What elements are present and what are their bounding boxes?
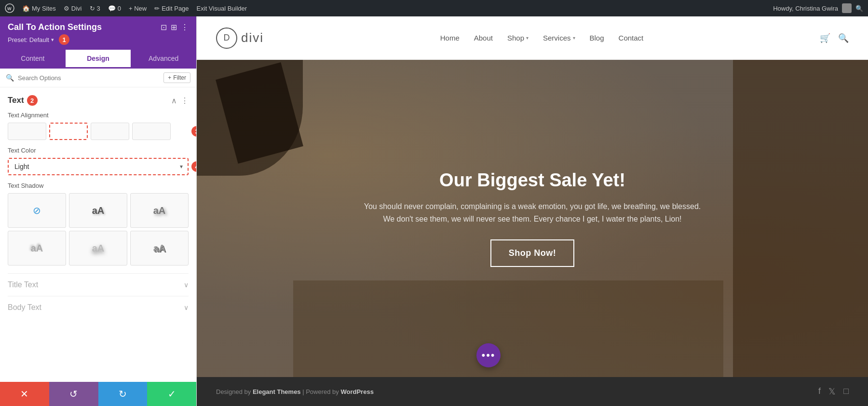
site-nav: D divi Home About Shop ▾ Services ▾ <box>197 16 868 60</box>
section-title-row: Text 2 <box>8 95 38 106</box>
exit-builder-link[interactable]: Exit Visual Builder <box>197 5 247 12</box>
wp-admin-bar: W 🏠 My Sites ⚙ Divi ↻ 3 💬 0 + New ✏ Edit… <box>0 0 868 16</box>
twitter-icon[interactable]: 𝕏 <box>828 386 836 397</box>
shadow-2-preview: aA <box>153 205 166 216</box>
tab-design[interactable]: Design <box>66 50 131 69</box>
wp-bar-left: W 🏠 My Sites ⚙ Divi ↻ 3 💬 0 + New ✏ Edit… <box>5 3 765 13</box>
avatar <box>842 3 852 13</box>
nav-about-label: About <box>474 34 493 42</box>
logo-circle: D <box>216 28 237 49</box>
align-center-button[interactable] <box>49 123 88 140</box>
title-text-header[interactable]: Title Text ∨ <box>8 280 189 289</box>
shadow-3-button[interactable]: aA <box>8 231 66 266</box>
nav-blog[interactable]: Blog <box>590 34 604 42</box>
shadow-1-button[interactable]: aA <box>69 193 127 228</box>
search-bar: 🔍 + Filter <box>0 69 196 87</box>
comment-icon: 💬 <box>108 5 116 12</box>
shadow-4-button[interactable]: aA <box>69 231 127 266</box>
shadow-none-button[interactable]: ⊘ <box>8 193 66 228</box>
instagram-icon[interactable]: □ <box>843 386 849 397</box>
nav-about[interactable]: About <box>474 34 493 42</box>
no-shadow-icon: ⊘ <box>33 205 41 216</box>
edit-page-link[interactable]: ✏ Edit Page <box>154 5 189 12</box>
shadow-grid: ⊘ aA aA aA aA aA <box>8 193 189 266</box>
nav-shop[interactable]: Shop ▾ <box>507 34 529 42</box>
nav-services[interactable]: Services ▾ <box>543 34 575 42</box>
logo-text: divi <box>241 30 264 45</box>
shadow-2-button[interactable]: aA <box>130 193 189 228</box>
panel-grid-button[interactable]: ⊞ <box>171 23 177 32</box>
hero-content: Our Biggest Sale Yet! You should never c… <box>364 170 701 267</box>
nav-contact[interactable]: Contact <box>619 34 644 42</box>
new-link[interactable]: + New <box>129 5 147 12</box>
text-section-title: Text <box>8 96 24 105</box>
divi-link[interactable]: ⚙ Divi <box>64 5 82 12</box>
text-section-header: Text 2 ∧ ⋮ <box>8 95 189 106</box>
undo-button[interactable]: ↺ <box>49 382 98 406</box>
edit-page-label: Edit Page <box>162 5 189 12</box>
save-button[interactable]: ✓ <box>147 382 196 406</box>
color-select-wrapper: Light Dark ▾ <box>8 158 189 175</box>
section-more-icon[interactable]: ⋮ <box>181 96 189 105</box>
shadow-4-preview: aA <box>92 243 105 254</box>
search-options-input[interactable] <box>18 74 160 82</box>
comments-link[interactable]: 💬 0 <box>108 5 121 12</box>
body-text-header[interactable]: Body Text ∨ <box>8 303 189 312</box>
cancel-button[interactable]: ✕ <box>0 382 49 406</box>
facebook-icon[interactable]: f <box>818 386 821 397</box>
wordpress-icon: W <box>5 3 14 13</box>
nav-icons: 🛒 🔍 <box>820 33 849 43</box>
align-left-button[interactable] <box>8 123 46 140</box>
site-menu: Home About Shop ▾ Services ▾ Blog Contac <box>440 34 644 42</box>
footer-powered-by: | Powered by <box>301 388 341 395</box>
section-collapse-icon[interactable]: ∧ <box>171 96 177 105</box>
cart-icon[interactable]: 🛒 <box>820 33 830 43</box>
badge-2: 2 <box>27 95 38 106</box>
tab-content[interactable]: Content <box>0 50 66 69</box>
divi-label: Divi <box>71 5 82 12</box>
refresh-link[interactable]: ↻ 3 <box>90 5 100 12</box>
footer-text: Designed by Elegant Themes | Powered by … <box>216 388 374 395</box>
pencil-icon: ✏ <box>154 5 160 12</box>
user-greeting: Howdy, Christina Gwira <box>773 5 838 12</box>
my-sites-label: My Sites <box>32 5 56 12</box>
panel-minimize-button[interactable]: ⊡ <box>161 23 167 32</box>
align-right-button[interactable] <box>91 123 129 140</box>
wp-logo[interactable]: W <box>5 3 14 13</box>
align-justify-button[interactable] <box>132 123 171 140</box>
search-icon[interactable]: 🔍 <box>855 5 863 12</box>
nav-search-icon[interactable]: 🔍 <box>838 33 849 43</box>
site-preview: D divi Home About Shop ▾ Services ▾ <box>197 16 868 406</box>
body-text-label: Body Text <box>8 303 41 312</box>
body-text-chevron-icon: ∨ <box>184 304 189 311</box>
bottom-toolbar: ✕ ↺ ↻ ✓ <box>0 382 196 406</box>
title-text-label: Title Text <box>8 280 38 289</box>
nav-home-label: Home <box>440 34 460 42</box>
redo-button[interactable]: ↻ <box>98 382 148 406</box>
shop-dropdown-icon: ▾ <box>526 35 529 41</box>
section-actions: ∧ ⋮ <box>171 96 189 105</box>
exit-builder-label: Exit Visual Builder <box>197 5 247 12</box>
tab-advanced[interactable]: Advanced <box>131 50 196 69</box>
fab-icon: ••• <box>481 349 495 362</box>
hero-body: You should never complain, complaining i… <box>364 200 701 225</box>
my-sites-link[interactable]: 🏠 My Sites <box>22 5 56 12</box>
logo-letter: D <box>224 33 230 43</box>
panel-content: Text 2 ∧ ⋮ Text Alignment <box>0 87 196 382</box>
text-color-select[interactable]: Light Dark <box>9 159 188 174</box>
title-text-chevron-icon: ∨ <box>184 281 189 289</box>
preset-dropdown-icon: ▾ <box>51 37 54 43</box>
filter-button[interactable]: + Filter <box>163 72 190 83</box>
floating-action-button[interactable]: ••• <box>476 343 501 367</box>
preset-label: Preset: Default <box>8 36 49 43</box>
nav-home[interactable]: Home <box>440 34 460 42</box>
panel-menu-button[interactable]: ⋮ <box>181 23 189 32</box>
footer-wordpress: WordPress <box>340 388 373 395</box>
body-text-section: Body Text ∨ <box>8 296 189 319</box>
hero-cta-button[interactable]: Shop Now! <box>490 239 574 267</box>
nav-blog-label: Blog <box>590 34 604 42</box>
refresh-count: 3 <box>97 5 100 12</box>
filter-label: Filter <box>173 74 186 81</box>
shadow-5-button[interactable]: aA <box>130 231 189 266</box>
panel-title-icons: ⊡ ⊞ ⋮ <box>161 23 189 32</box>
